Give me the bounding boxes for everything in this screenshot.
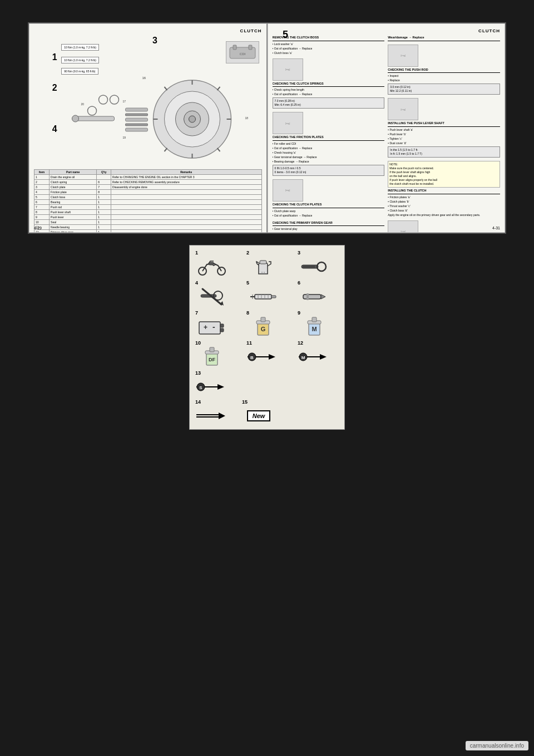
- icon-10-gear-oil: DF: [195, 347, 229, 367]
- icon-13-gear-arrow: S: [195, 377, 229, 397]
- table-header-remarks: Remarks: [111, 170, 261, 175]
- table-row: 1Drain the engine oilRefer to CHANGING T…: [34, 175, 262, 180]
- icon-12-motor-arrow: M: [298, 347, 331, 367]
- svg-rect-14: [126, 114, 148, 116]
- svg-text:20: 20: [81, 102, 85, 106]
- svg-rect-53: [306, 293, 309, 300]
- right-col-right: Wear/damage → Replace [img] CHECKING THE…: [388, 36, 500, 233]
- svg-rect-15: [126, 118, 148, 121]
- installing-clutch-title: INSTALLING THE CLUTCH: [388, 189, 500, 194]
- svg-rect-54: [199, 322, 220, 334]
- icon-1-number: 1: [195, 250, 244, 256]
- svg-line-10: [165, 148, 167, 151]
- manual-page-right: CLUTCH REMOVING THE CLUTCH BOSS • Lock w…: [268, 23, 506, 233]
- icon-14-number: 14: [195, 399, 229, 405]
- img-friction-plates: [img]: [273, 179, 303, 202]
- icon-4-tools: [195, 287, 229, 307]
- icon-item-7: 7 + -: [195, 310, 244, 337]
- removing-clutch-boss-title: REMOVING THE CLUTCH BOSS: [273, 36, 385, 41]
- spec-push-rod: 3.0 mm (0.12 in)Min 12.2 (0.11 in): [388, 84, 500, 95]
- icon-6-pen: [298, 287, 331, 307]
- table-header-item: Item: [34, 170, 50, 175]
- icon-10-number: 10: [195, 340, 244, 346]
- table-row: 4Friction plate8: [34, 190, 262, 195]
- icon-3-wrench: [298, 257, 331, 277]
- icon-4-number: 4: [195, 280, 244, 286]
- svg-text:18: 18: [245, 116, 249, 120]
- svg-rect-61: [261, 317, 265, 322]
- svg-text:M: M: [312, 326, 317, 332]
- table-header-qty: Q'ty: [97, 170, 111, 175]
- parts-table-container: Item Part name Q'ty Remarks 1Drain the e…: [34, 167, 262, 233]
- icon-1-motorcycle: [195, 257, 229, 277]
- table-row: 5Clutch boss1: [34, 195, 262, 200]
- svg-text:G: G: [261, 326, 266, 332]
- svg-text:-: -: [212, 322, 215, 331]
- installing-push-lever-title: INSTALLING THE PUSH LEVER SHAFT: [388, 121, 500, 127]
- icon-12-number: 12: [298, 340, 347, 346]
- icon-item-4: 4: [195, 280, 244, 307]
- icon-5-syringe: [246, 287, 280, 307]
- icon-2-oil-can: [246, 257, 280, 277]
- icon-item-6: 6: [298, 280, 347, 307]
- icon-11-number: 11: [246, 340, 295, 346]
- icon-2-number: 2: [246, 250, 295, 256]
- svg-rect-55: [220, 324, 224, 327]
- icon-item-8: 8 G: [246, 310, 295, 337]
- svg-point-19: [110, 95, 119, 104]
- svg-text:DF: DF: [209, 357, 215, 362]
- img-push-rod: [img]: [388, 98, 418, 120]
- svg-line-8: [217, 148, 220, 151]
- svg-rect-21: [76, 116, 115, 121]
- icon-15-new-badge: New: [242, 406, 275, 426]
- icon-3-number: 3: [298, 250, 347, 256]
- svg-text:CDI: CDI: [239, 52, 245, 56]
- checking-clutch-plates-title: CHECKING THE CLUTCH PLATES: [273, 203, 385, 208]
- img-clutch-springs: [img]: [273, 112, 303, 134]
- checking-primary-gear-title: CHECKING THE PRIMARY DRIVEN GEAR: [273, 221, 385, 227]
- svg-marker-72: [269, 354, 275, 360]
- icon-item-13: 13 S: [195, 370, 244, 397]
- note-box: NOTE: Make sure the push rod is centered…: [388, 161, 500, 188]
- icon-grid: 1 2: [195, 250, 339, 397]
- svg-rect-17: [126, 128, 148, 131]
- img-wear-check: [img]: [388, 45, 418, 67]
- icon-13-number: 13: [195, 370, 244, 376]
- icon-7-battery: + -: [195, 317, 229, 337]
- icon-5-number: 5: [246, 280, 295, 286]
- svg-rect-13: [126, 108, 148, 111]
- spec-spring-length: 7.0 mm (0.28 in)Min: 6.4 mm (0.25 in): [273, 97, 385, 109]
- table-row: 2Clutch spring6Refer to CHECKING REMOVIN…: [34, 180, 262, 185]
- checking-friction-plates-title: CHECKING THE FRICTION PLATES: [273, 135, 385, 141]
- right-col-left: REMOVING THE CLUTCH BOSS • Lock washer '…: [273, 36, 385, 233]
- icon-7-number: 7: [195, 310, 244, 316]
- svg-rect-35: [260, 261, 266, 264]
- svg-rect-51: [303, 294, 321, 299]
- svg-text:M: M: [301, 355, 305, 360]
- svg-marker-52: [321, 294, 325, 299]
- svg-point-18: [99, 95, 108, 104]
- clutch-exploded-svg: 16 17 18 19 20: [45, 75, 261, 164]
- table-row: 11Needle bearing1: [34, 225, 262, 230]
- svg-rect-34: [209, 262, 214, 265]
- svg-point-20: [88, 106, 97, 115]
- parts-table: Item Part name Q'ty Remarks 1Drain the e…: [34, 169, 262, 233]
- table-row: 6Bearing1: [34, 200, 262, 205]
- checking-clutch-springs-title: CHECKING THE CLUTCH SPRINGS: [273, 82, 385, 87]
- svg-rect-38: [303, 266, 315, 268]
- icon-9-motor-oil: M: [298, 317, 331, 337]
- svg-rect-65: [312, 317, 317, 322]
- svg-text:S: S: [199, 385, 202, 390]
- torque-spec-2: 10 Nm (1.0 m·kg, 7.2 ft·lb): [61, 57, 99, 63]
- wear-damage-title: Wear/damage → Replace: [388, 36, 500, 41]
- svg-rect-16: [126, 124, 148, 126]
- svg-rect-56: [220, 328, 224, 332]
- icon-11-bolt-arrow: B: [246, 347, 280, 367]
- table-row: 12Primary drive gear1: [34, 230, 262, 233]
- icon-8-number: 8: [246, 310, 295, 316]
- inset-image: CDI: [226, 41, 259, 63]
- diagram-label-5: 5: [283, 29, 288, 41]
- svg-text:+: +: [204, 323, 207, 331]
- svg-marker-76: [320, 354, 327, 360]
- svg-text:19: 19: [123, 136, 126, 139]
